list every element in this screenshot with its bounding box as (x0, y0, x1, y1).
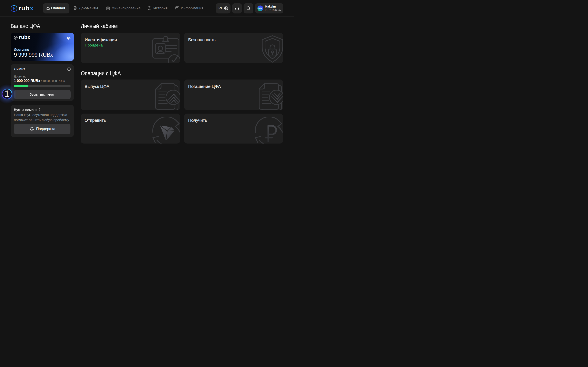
svg-text:i: i (69, 68, 69, 70)
